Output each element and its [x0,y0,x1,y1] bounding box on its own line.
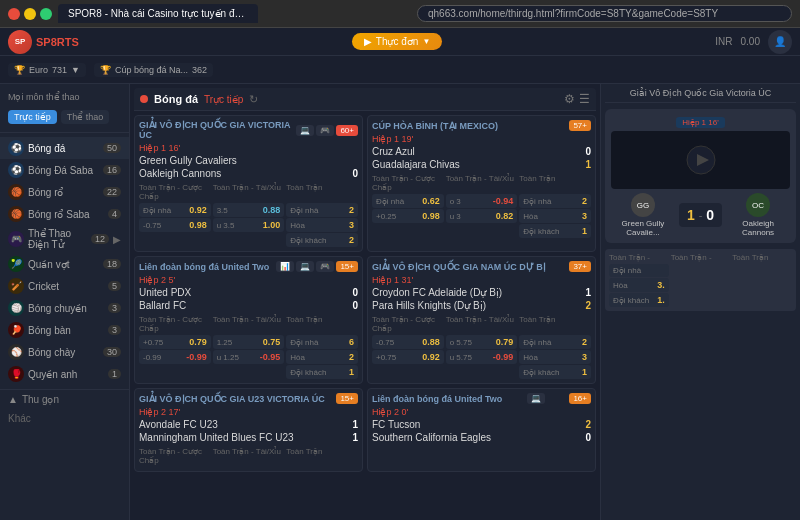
sidebar-item-cricket[interactable]: 🏏 Cricket 5 [0,275,129,297]
minimize-button[interactable] [24,8,36,20]
odd-cell[interactable]: Đội nhà 2 [286,203,358,217]
team1-row: Cruz Azul 0 [372,146,591,157]
tab-live[interactable]: Trực tiếp [8,110,57,124]
sidebar-section-main: Mọi môn thể thao Trực tiếp Thể thao [0,84,129,133]
team2-row: Oakleigh Cannons 0 [139,168,358,179]
top-center: ▶ Thực đơn ▼ [79,33,716,50]
odds-col2: o 3 -0.94 u 3 0.82 [446,194,518,238]
content-area: Bóng đá Trực tiếp ↻ ⚙ ☰ GIẢI VÔ ĐỊCH QUỐ… [130,84,600,520]
active-tab[interactable]: SPOR8 - Nhà cái Casino trực tuyến đẳng c… [58,4,258,23]
esports-expand-icon: ▶ [113,234,121,245]
football-icon: ⚽ [8,140,24,156]
league4-odds-header: Toàn Trận - Cược Chấp Toàn Trận - Tài/Xỉ… [372,315,591,333]
league4-time: Hiệp 1 31' [372,275,591,285]
odd-cell[interactable]: Đội nhà 2 [519,335,591,349]
odd-cell[interactable]: u 3 0.82 [446,209,518,223]
user-avatar[interactable]: 👤 [768,30,792,54]
sidebar-item-esports[interactable]: 🎮 Thể Thao Điện Tử 12 ▶ [0,225,129,253]
odd-cell[interactable]: Hòa 3 [286,218,358,232]
sidebar-item-tabletennis[interactable]: 🏓 Bóng bàn 3 [0,319,129,341]
sidebar-item-basketball[interactable]: 🏀 Bóng rổ 22 [0,181,129,203]
odd-cell[interactable]: Hòa 3 [519,209,591,223]
main-layout: Mọi môn thể thao Trực tiếp Thể thao ⚽ Bó… [0,84,800,520]
odd-cell[interactable]: Đội nhà [609,264,669,277]
preview-teams: GG Green Gully Cavalie... 1 - 0 OC Oakle… [611,193,790,237]
right-odds-header: Toàn Trận - Toàn Trận - Toàn Trận [609,253,792,262]
odd-cell[interactable]: 1.25 0.75 [213,335,285,349]
top-nav-left: SP SP8RTS [8,30,79,54]
cup-filter[interactable]: 🏆 Cúp bóng đá Na... 362 [94,63,213,77]
league3-odds-header: Toàn Trận - Cược Chấp Toàn Trận - Tài/Xỉ… [139,315,358,333]
odd-cell[interactable]: -0.75 0.88 [372,335,444,349]
odd-cell[interactable]: Đội khách 1 [519,224,591,238]
team2-row: Manningham United Blues FC U23 1 [139,432,358,443]
odd-cell[interactable]: u 3.5 1.00 [213,218,285,232]
maximize-button[interactable] [40,8,52,20]
sport-tabs: Trực tiếp Thể thao [0,106,129,128]
browser-chrome: SPOR8 - Nhà cái Casino trực tuyến đẳng c… [0,0,800,28]
odd-cell[interactable]: -0.75 0.98 [139,218,211,232]
odd-cell[interactable]: Đội nhà 2 [519,194,591,208]
right-odds-panel: Toàn Trận - Toàn Trận - Toàn Trận Đội nh… [605,249,796,311]
odd-cell[interactable]: Đội khách 1. [609,293,669,307]
league2-odds-header: Toàn Trận - Cược Chấp Toàn Trận - Tài/Xỉ… [372,174,591,192]
league3-header: Liên đoàn bóng đá United Two 📊 💻 🎮 15+ [139,261,358,272]
league5-header: GIẢI VÔ ĐỊCH QUỐC GIA U23 VICTORIA ÚC 15… [139,393,358,404]
tab-upcoming[interactable]: Thể thao [61,110,110,124]
odd-cell[interactable]: 3.5 0.88 [213,203,285,217]
list-icon[interactable]: ☰ [579,92,590,106]
odd-cell[interactable]: Đội nhà 0.62 [372,194,444,208]
sidebar-item-tennis[interactable]: 🎾 Quần vợt 18 [0,253,129,275]
close-button[interactable] [8,8,20,20]
match-card-league3: Liên đoàn bóng đá United Two 📊 💻 🎮 15+ H… [134,256,363,384]
odd-cell[interactable]: u 5.75 -0.99 [446,350,518,364]
team1-row: Green Gully Cavaliers [139,155,358,166]
sidebar-item-baseball[interactable]: ⚾ Bóng chày 30 [0,341,129,363]
right-panel: Giải Vô Địch Quốc Gia Victoria ÚC Hiệp 1… [600,84,800,520]
match-card-league2: CÚP HÒA BÌNH (TẠI MEXICO) 57+ Hiệp 1 19'… [367,115,596,252]
league6-time: Hiệp 2 0' [372,407,591,417]
odd-cell[interactable]: Đội nhà 0.92 [139,203,211,217]
league6-header: Liên đoàn bóng đá United Two 💻 16+ [372,393,591,404]
odd-cell[interactable]: Hòa 3 [519,350,591,364]
odd-cell[interactable]: o 5.75 0.79 [446,335,518,349]
odd-cell[interactable]: -0.99 -0.99 [139,350,211,364]
odd-cell[interactable]: o 3 -0.94 [446,194,518,208]
odd-cell[interactable]: Đội khách 1 [286,365,358,379]
odd-cell[interactable]: Hòa 3. [609,278,669,292]
refresh-icon[interactable]: ↻ [249,93,258,106]
top-nav-right: INR 0.00 👤 [715,30,792,54]
window-controls[interactable] [8,8,52,20]
sidebar-collapse[interactable]: ▲ Thu gọn [0,390,129,409]
odd-cell[interactable]: +0.25 0.98 [372,209,444,223]
sidebar-item-boxing[interactable]: 🥊 Quyền anh 1 [0,363,129,385]
filter-icon[interactable]: ⚙ [564,92,575,106]
match-card-league5: GIẢI VÔ ĐỊCH QUỐC GIA U23 VICTORIA ÚC 15… [134,388,363,472]
league5-time: Hiệp 2 17' [139,407,358,417]
odd-cell[interactable]: u 1.25 -0.95 [213,350,285,364]
sidebar-item-football[interactable]: ⚽ Bóng đá 50 [0,137,129,159]
address-bar[interactable]: qh663.com/home/thirdg.html?firmCode=S8TY… [417,5,792,22]
section-label: Mọi môn thể thao [0,88,129,106]
odds-col1: -0.75 0.88 +0.75 0.92 [372,335,444,379]
match-card-league6: Liên đoàn bóng đá United Two 💻 16+ Hiệp … [367,388,596,472]
odds-col3: Đội nhà 2 Hòa 3 Đội khách 2 [286,203,358,247]
sidebar-item-basketball-saba[interactable]: 🏀 Bóng rổ Saba 4 [0,203,129,225]
sidebar-item-football-saba[interactable]: ⚽ Bóng Đá Saba 16 [0,159,129,181]
odd-cell[interactable]: Đội khách 2 [286,233,358,247]
team2-row: Guadalajara Chivas 1 [372,159,591,170]
match-grid: GIẢI VÔ ĐỊCH QUỐC GIA VICTORIA ÚC 💻 🎮 60… [134,115,596,472]
euro-filter[interactable]: 🏆 Euro 731 ▼ [8,63,86,77]
odd-cell[interactable]: +0.75 0.92 [372,350,444,364]
odd-cell[interactable]: Hòa 2 [286,350,358,364]
sidebar-item-volleyball[interactable]: 🏐 Bóng chuyền 3 [0,297,129,319]
odds-col3: Đội nhà 6 Hòa 2 Đội khách 1 [286,335,358,379]
league3-teams: United PDX 0 Ballard FC 0 [139,287,358,311]
odd-cell[interactable]: Đội khách 1 [519,365,591,379]
odd-cell[interactable]: Đội nhà 6 [286,335,358,349]
league3-odds: +0.75 0.79 -0.99 -0.99 1.25 0.75 [139,335,358,379]
odd-cell[interactable]: +0.75 0.79 [139,335,211,349]
menu-button[interactable]: ▶ Thực đơn ▼ [352,33,443,50]
team1-row: Avondale FC U23 1 [139,419,358,430]
match-card-league1: GIẢI VÔ ĐỊCH QUỐC GIA VICTORIA ÚC 💻 🎮 60… [134,115,363,252]
